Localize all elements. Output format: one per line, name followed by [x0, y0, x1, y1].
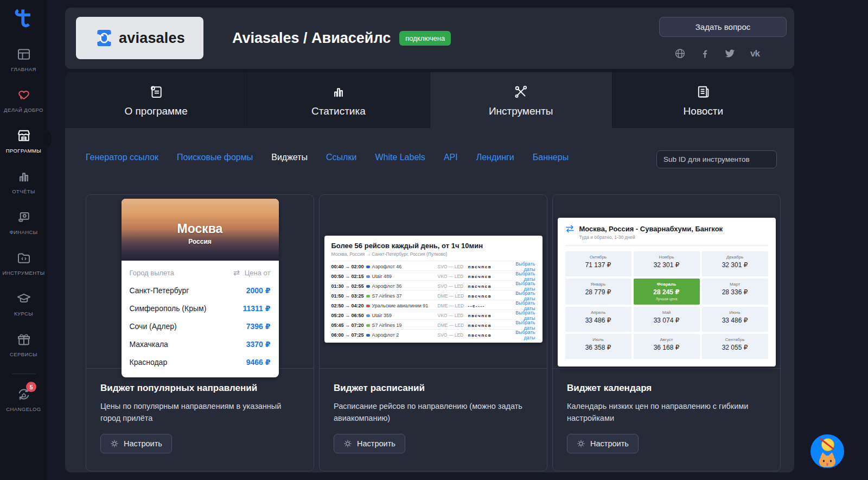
schedule-heading: Более 56 рейсов каждый день, от 1ч 10мин	[331, 242, 535, 250]
month-name: Февраль	[634, 282, 700, 287]
month-cell[interactable]: Февраль 28 245 ₽ Лучшая цена	[634, 279, 700, 305]
about-icon	[148, 84, 164, 100]
month-cell[interactable]: Июль 36 358 ₽ Лучшая цена	[565, 334, 631, 359]
support-chat-button[interactable]	[810, 434, 844, 468]
month-cell[interactable]: Декабрь 32 301 ₽ Лучшая цена	[702, 251, 768, 276]
flight-carrier: Utair 489	[366, 274, 438, 279]
airline-logo-icon	[366, 305, 370, 307]
month-price: 32 055 ₽	[702, 344, 768, 351]
schedule-subheading: Москва, Россия → Санкт-Петербург, Россия…	[331, 251, 535, 257]
tab-news[interactable]: Новости	[612, 72, 794, 128]
flight-days: пвсчпсв	[468, 313, 504, 318]
configure-button[interactable]: Настроить	[100, 434, 172, 453]
card-footer: Виджет календаря Календарь низких цен по…	[553, 369, 780, 453]
choose-dates-link[interactable]: Выбрать даты	[504, 320, 535, 331]
popular-directions-widget: Москва Россия Город вылета ⇄ Цена от Сан…	[122, 199, 279, 377]
subnav-link[interactable]: Лендинги	[476, 153, 514, 162]
subnav-link[interactable]: Поисковые формы	[177, 153, 253, 162]
calendar-heading: Москва, Россия - Суварнабхуми, Бангкок	[579, 225, 723, 233]
sidebar-item-reports[interactable]: ОТЧЁТЫ	[0, 168, 47, 194]
sidebar-item-courses[interactable]: КУРСЫ	[0, 290, 47, 317]
vk-icon[interactable]: vk	[749, 48, 761, 59]
sidebar-item-services[interactable]: СЕРВИСЫ	[0, 331, 47, 357]
direction-city: Санкт-Петербург	[130, 286, 189, 295]
swap-icon[interactable]: ⇄	[233, 268, 240, 277]
month-cell[interactable]: Ноябрь 32 301 ₽ Лучшая цена	[634, 251, 700, 276]
choose-dates-link[interactable]: Выбрать даты	[504, 281, 535, 292]
globe-icon[interactable]	[674, 48, 686, 59]
choose-dates-link[interactable]: Выбрать даты	[504, 310, 535, 321]
month-cell[interactable]: Октябрь 71 137 ₽ Лучшая цена	[565, 251, 631, 276]
city-photo: Москва Россия	[122, 199, 279, 261]
month-name: Ноябрь	[634, 255, 700, 260]
month-cell[interactable]: Сентябрь 32 055 ₽ Лучшая цена	[702, 334, 768, 359]
month-cell[interactable]: Январь 28 779 ₽ Лучшая цена	[565, 279, 631, 305]
month-cell[interactable]: Август 36 168 ₽ Лучшая цена	[634, 334, 700, 359]
tools-content: Генератор ссылокПоисковые формыВиджетыСс…	[65, 128, 794, 472]
direction-price-link[interactable]: 11311 ₽	[242, 304, 270, 313]
widget-preview: Москва, Россия - Суварнабхуми, Бангкок Т…	[553, 195, 780, 369]
choose-dates-link[interactable]: Выбрать даты	[504, 271, 535, 282]
direction-price-link[interactable]: 3370 ₽	[246, 340, 271, 349]
direction-city: Сочи (Адлер)	[130, 322, 177, 331]
card-footer: Виджет популярных направлений Цены по по…	[86, 369, 314, 453]
sidebar-item-label: ПРОГРАММЫ	[6, 148, 41, 154]
subnav-link[interactable]: Баннеры	[533, 153, 569, 162]
subnav-link[interactable]: Виджеты	[271, 153, 308, 162]
tab-statistics[interactable]: Статистика	[247, 72, 429, 128]
sidebar-item-home[interactable]: ГЛАВНАЯ	[0, 46, 47, 72]
sidebar-item-changelog[interactable]: 5 CHANGELOG	[0, 386, 47, 412]
bar-chart-icon	[16, 168, 32, 185]
sidebar-item-finances[interactable]: ФИНАНСЫ	[0, 209, 47, 235]
card-title: Виджет расписаний	[334, 383, 533, 394]
subnav-link[interactable]: Генератор ссылок	[86, 153, 158, 162]
month-cell[interactable]: Апрель 33 486 ₽ Лучшая цена	[565, 307, 631, 332]
month-price: 28 245 ₽	[634, 288, 700, 296]
month-cell[interactable]: Март 28 336 ₽ Лучшая цена	[702, 279, 768, 305]
flight-route: VKO — LED	[438, 274, 468, 279]
calendar-widget: Москва, Россия - Суварнабхуми, Бангкок Т…	[558, 218, 776, 367]
month-name: Сентябрь	[702, 337, 768, 342]
flight-route: SVO — LED	[438, 283, 468, 289]
flight-row: 00:50 → 02:15 Utair 489 VKO — LED пвсчпс…	[331, 270, 535, 280]
travelpayouts-logo-icon[interactable]	[10, 4, 37, 31]
card-footer: Виджет расписаний Расписание рейсов по н…	[320, 369, 547, 453]
subid-input[interactable]	[656, 150, 777, 168]
subnav-link[interactable]: White Labels	[375, 153, 425, 162]
tab-label: О программе	[125, 105, 188, 117]
storefront-icon	[16, 128, 32, 144]
facebook-icon[interactable]	[699, 48, 711, 59]
choose-dates-link[interactable]: Выбрать даты	[504, 330, 535, 340]
direction-row: Санкт-Петербург 2000 ₽	[130, 281, 271, 299]
tools-icon	[513, 84, 529, 100]
month-price: 28 336 ₽	[702, 288, 768, 296]
sidebar-item-charity[interactable]: ДЕЛАЙ ДОБРО	[0, 87, 47, 113]
sidebar-item-tools[interactable]: ИНСТРУМЕНТЫ	[0, 250, 47, 276]
month-name: Январь	[565, 282, 631, 287]
card-title: Виджет популярных направлений	[100, 383, 299, 394]
month-cell[interactable]: Май 33 074 ₽ Лучшая цена	[634, 307, 700, 332]
subnav-link[interactable]: Ссылки	[326, 153, 356, 162]
choose-dates-link[interactable]: Выбрать даты	[504, 300, 535, 311]
direction-price-link[interactable]: 9466 ₽	[246, 358, 271, 367]
flight-route: SVO — LED	[438, 332, 468, 338]
sidebar-item-programs[interactable]: ПРОГРАММЫ	[0, 128, 47, 154]
direction-price-link[interactable]: 7396 ₽	[246, 322, 271, 331]
month-price: 28 779 ₽	[565, 288, 631, 296]
choose-dates-link[interactable]: Выбрать даты	[504, 261, 535, 272]
choose-dates-link[interactable]: Выбрать даты	[504, 290, 535, 301]
direction-price-link[interactable]: 2000 ₽	[246, 286, 271, 295]
schedule-widget: Более 56 рейсов каждый день, от 1ч 10мин…	[324, 236, 542, 343]
configure-button[interactable]: Настроить	[567, 434, 639, 453]
month-name: Октябрь	[565, 255, 631, 260]
flight-time: 05:45 → 07:20	[331, 323, 366, 328]
configure-button[interactable]: Настроить	[334, 434, 405, 453]
tab-tools[interactable]: Инструменты	[430, 72, 612, 128]
airline-logo-icon	[366, 266, 370, 268]
flight-route: DME — LED	[438, 293, 468, 299]
ask-question-button[interactable]: Задать вопрос	[659, 17, 787, 37]
twitter-icon[interactable]	[724, 48, 736, 59]
tab-about[interactable]: О программе	[65, 72, 247, 128]
subnav-link[interactable]: API	[444, 153, 458, 162]
month-cell[interactable]: Июнь 33 486 ₽ Лучшая цена	[702, 307, 768, 332]
